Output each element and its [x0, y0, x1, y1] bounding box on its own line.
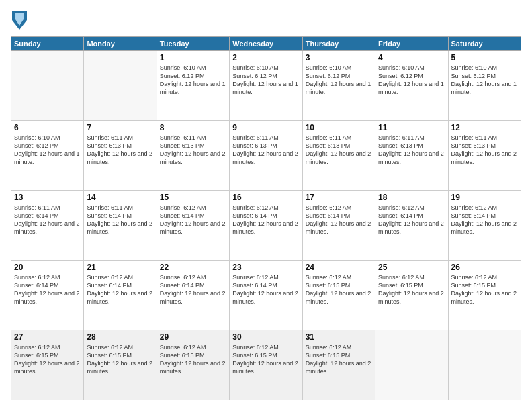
day-info: Sunrise: 6:12 AM Sunset: 6:14 PM Dayligh…	[306, 203, 372, 236]
day-info: Sunrise: 6:10 AM Sunset: 6:12 PM Dayligh…	[14, 134, 81, 167]
day-number: 15	[160, 193, 226, 202]
day-number: 3	[306, 53, 372, 62]
calendar-cell: 15Sunrise: 6:12 AM Sunset: 6:14 PM Dayli…	[157, 191, 229, 261]
day-number: 19	[451, 193, 518, 202]
day-number: 2	[232, 53, 299, 62]
day-info: Sunrise: 6:12 AM Sunset: 6:14 PM Dayligh…	[14, 273, 81, 306]
calendar-cell: 27Sunrise: 6:12 AM Sunset: 6:15 PM Dayli…	[11, 330, 84, 400]
calendar-header: SundayMondayTuesdayWednesdayThursdayFrid…	[11, 37, 521, 51]
week-row-1: 6Sunrise: 6:10 AM Sunset: 6:12 PM Daylig…	[11, 121, 521, 191]
calendar-cell: 30Sunrise: 6:12 AM Sunset: 6:15 PM Dayli…	[230, 330, 302, 400]
calendar-cell: 2Sunrise: 6:10 AM Sunset: 6:12 PM Daylig…	[230, 51, 302, 121]
calendar-cell: 6Sunrise: 6:10 AM Sunset: 6:12 PM Daylig…	[11, 121, 84, 191]
calendar-cell: 3Sunrise: 6:10 AM Sunset: 6:12 PM Daylig…	[302, 51, 375, 121]
calendar-cell: 10Sunrise: 6:11 AM Sunset: 6:13 PM Dayli…	[302, 121, 375, 191]
day-info: Sunrise: 6:12 AM Sunset: 6:14 PM Dayligh…	[232, 203, 299, 236]
day-number: 13	[14, 193, 81, 202]
day-info: Sunrise: 6:12 AM Sunset: 6:14 PM Dayligh…	[160, 203, 226, 236]
day-info: Sunrise: 6:11 AM Sunset: 6:13 PM Dayligh…	[87, 134, 153, 167]
calendar-cell: 11Sunrise: 6:11 AM Sunset: 6:13 PM Dayli…	[375, 121, 448, 191]
day-info: Sunrise: 6:10 AM Sunset: 6:12 PM Dayligh…	[451, 64, 518, 97]
header-day-saturday: Saturday	[448, 37, 521, 51]
calendar-body: 1Sunrise: 6:10 AM Sunset: 6:12 PM Daylig…	[11, 51, 521, 400]
day-info: Sunrise: 6:10 AM Sunset: 6:12 PM Dayligh…	[232, 64, 299, 97]
day-number: 9	[232, 123, 299, 132]
day-info: Sunrise: 6:11 AM Sunset: 6:13 PM Dayligh…	[451, 134, 518, 167]
day-info: Sunrise: 6:10 AM Sunset: 6:12 PM Dayligh…	[378, 64, 445, 97]
header	[11, 11, 521, 30]
day-info: Sunrise: 6:11 AM Sunset: 6:13 PM Dayligh…	[160, 134, 226, 167]
day-info: Sunrise: 6:11 AM Sunset: 6:13 PM Dayligh…	[378, 134, 445, 167]
day-number: 30	[232, 332, 299, 342]
day-info: Sunrise: 6:11 AM Sunset: 6:13 PM Dayligh…	[306, 134, 372, 167]
day-info: Sunrise: 6:11 AM Sunset: 6:14 PM Dayligh…	[87, 203, 153, 236]
header-day-sunday: Sunday	[11, 37, 84, 51]
day-number: 14	[87, 193, 153, 202]
calendar-cell: 24Sunrise: 6:12 AM Sunset: 6:15 PM Dayli…	[302, 261, 375, 330]
page: SundayMondayTuesdayWednesdayThursdayFrid…	[0, 0, 532, 411]
calendar-cell: 17Sunrise: 6:12 AM Sunset: 6:14 PM Dayli…	[302, 191, 375, 261]
day-number: 10	[306, 123, 372, 132]
day-number: 21	[87, 263, 153, 272]
day-number: 11	[378, 123, 445, 132]
day-number: 5	[451, 53, 518, 62]
day-info: Sunrise: 6:10 AM Sunset: 6:12 PM Dayligh…	[160, 64, 226, 97]
day-info: Sunrise: 6:12 AM Sunset: 6:14 PM Dayligh…	[232, 273, 299, 306]
day-info: Sunrise: 6:11 AM Sunset: 6:13 PM Dayligh…	[232, 134, 299, 167]
day-number: 23	[232, 263, 299, 272]
header-day-tuesday: Tuesday	[157, 37, 229, 51]
day-number: 17	[306, 193, 372, 202]
day-info: Sunrise: 6:12 AM Sunset: 6:14 PM Dayligh…	[87, 273, 153, 306]
week-row-2: 13Sunrise: 6:11 AM Sunset: 6:14 PM Dayli…	[11, 191, 521, 261]
day-number: 22	[160, 263, 226, 272]
day-info: Sunrise: 6:10 AM Sunset: 6:12 PM Dayligh…	[306, 64, 372, 97]
day-info: Sunrise: 6:12 AM Sunset: 6:14 PM Dayligh…	[160, 273, 226, 306]
day-info: Sunrise: 6:12 AM Sunset: 6:15 PM Dayligh…	[378, 273, 445, 306]
day-number: 16	[232, 193, 299, 202]
calendar-cell: 9Sunrise: 6:11 AM Sunset: 6:13 PM Daylig…	[230, 121, 302, 191]
day-number: 7	[87, 123, 153, 132]
calendar-cell: 20Sunrise: 6:12 AM Sunset: 6:14 PM Dayli…	[11, 261, 84, 330]
calendar-cell: 12Sunrise: 6:11 AM Sunset: 6:13 PM Dayli…	[448, 121, 521, 191]
day-info: Sunrise: 6:12 AM Sunset: 6:15 PM Dayligh…	[232, 343, 299, 376]
day-info: Sunrise: 6:12 AM Sunset: 6:14 PM Dayligh…	[451, 203, 518, 236]
day-number: 25	[378, 263, 445, 272]
calendar-cell: 29Sunrise: 6:12 AM Sunset: 6:15 PM Dayli…	[157, 330, 229, 400]
day-number: 18	[378, 193, 445, 202]
day-info: Sunrise: 6:12 AM Sunset: 6:15 PM Dayligh…	[306, 343, 372, 376]
day-number: 1	[160, 53, 226, 62]
calendar-cell: 22Sunrise: 6:12 AM Sunset: 6:14 PM Dayli…	[157, 261, 229, 330]
day-number: 4	[378, 53, 445, 62]
calendar-cell: 25Sunrise: 6:12 AM Sunset: 6:15 PM Dayli…	[375, 261, 448, 330]
day-number: 27	[14, 332, 81, 342]
calendar-cell: 7Sunrise: 6:11 AM Sunset: 6:13 PM Daylig…	[84, 121, 157, 191]
calendar-cell: 28Sunrise: 6:12 AM Sunset: 6:15 PM Dayli…	[84, 330, 157, 400]
calendar-cell: 14Sunrise: 6:11 AM Sunset: 6:14 PM Dayli…	[84, 191, 157, 261]
day-info: Sunrise: 6:12 AM Sunset: 6:15 PM Dayligh…	[306, 273, 372, 306]
calendar-cell: 13Sunrise: 6:11 AM Sunset: 6:14 PM Dayli…	[11, 191, 84, 261]
calendar-cell: 18Sunrise: 6:12 AM Sunset: 6:14 PM Dayli…	[375, 191, 448, 261]
calendar-cell	[375, 330, 448, 400]
day-number: 29	[160, 332, 226, 342]
calendar-cell: 26Sunrise: 6:12 AM Sunset: 6:15 PM Dayli…	[448, 261, 521, 330]
day-info: Sunrise: 6:12 AM Sunset: 6:15 PM Dayligh…	[451, 273, 518, 306]
calendar-cell: 1Sunrise: 6:10 AM Sunset: 6:12 PM Daylig…	[157, 51, 229, 121]
calendar-cell: 23Sunrise: 6:12 AM Sunset: 6:14 PM Dayli…	[230, 261, 302, 330]
day-info: Sunrise: 6:11 AM Sunset: 6:14 PM Dayligh…	[14, 203, 81, 236]
calendar-cell: 31Sunrise: 6:12 AM Sunset: 6:15 PM Dayli…	[302, 330, 375, 400]
day-number: 20	[14, 263, 81, 272]
header-day-wednesday: Wednesday	[230, 37, 302, 51]
logo	[11, 11, 28, 30]
logo-icon	[12, 11, 27, 30]
calendar-cell: 4Sunrise: 6:10 AM Sunset: 6:12 PM Daylig…	[375, 51, 448, 121]
calendar-cell: 5Sunrise: 6:10 AM Sunset: 6:12 PM Daylig…	[448, 51, 521, 121]
week-row-4: 27Sunrise: 6:12 AM Sunset: 6:15 PM Dayli…	[11, 330, 521, 400]
day-info: Sunrise: 6:12 AM Sunset: 6:14 PM Dayligh…	[378, 203, 445, 236]
day-number: 8	[160, 123, 226, 132]
calendar-cell: 19Sunrise: 6:12 AM Sunset: 6:14 PM Dayli…	[448, 191, 521, 261]
week-row-0: 1Sunrise: 6:10 AM Sunset: 6:12 PM Daylig…	[11, 51, 521, 121]
day-info: Sunrise: 6:12 AM Sunset: 6:15 PM Dayligh…	[14, 343, 81, 376]
day-number: 6	[14, 123, 81, 132]
day-number: 28	[87, 332, 153, 342]
header-day-monday: Monday	[84, 37, 157, 51]
